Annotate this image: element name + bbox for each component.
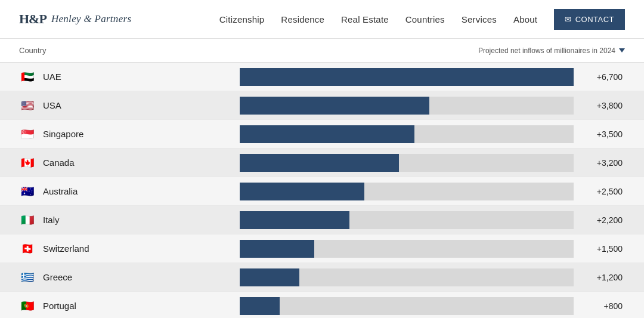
bar-track	[240, 68, 574, 86]
bar-track	[240, 211, 574, 229]
country-name: UAE	[43, 72, 61, 82]
logo[interactable]: H&P Henley & Partners	[19, 11, 131, 27]
country-column-header: Country	[19, 46, 240, 55]
country-flag: 🇵🇹	[19, 298, 36, 314]
table-row[interactable]: 🇦🇺 Australia +2,500	[0, 177, 644, 206]
country-name: Singapore	[43, 129, 83, 139]
table-row[interactable]: 🇮🇹 Italy +2,200	[0, 206, 644, 234]
bar-track	[240, 125, 574, 143]
bar-area: +3,800	[240, 97, 625, 115]
bar-fill	[240, 268, 299, 286]
bar-area: +2,200	[240, 211, 625, 229]
bar-track	[240, 297, 574, 315]
bar-value: +2,200	[581, 215, 623, 225]
country-cell: 🇦🇺 Australia	[19, 183, 240, 200]
country-flag: 🇬🇷	[19, 269, 36, 286]
bar-track	[240, 154, 574, 172]
bar-fill	[240, 68, 574, 86]
bar-value: +3,800	[581, 101, 623, 110]
bar-value: +2,500	[581, 187, 623, 196]
country-name: Portugal	[43, 301, 76, 311]
bar-value: +3,500	[581, 129, 623, 139]
bar-value: +6,700	[581, 72, 623, 82]
millionaires-table: Country Projected net inflows of million…	[0, 39, 644, 318]
country-cell: 🇦🇪 UAE	[19, 69, 240, 85]
bar-area: +3,200	[240, 154, 625, 172]
bar-fill	[240, 183, 364, 200]
table-row[interactable]: 🇦🇪 UAE +6,700	[0, 63, 644, 91]
bar-fill	[240, 97, 429, 115]
bar-area: +6,700	[240, 68, 625, 86]
logo-text: Henley & Partners	[51, 13, 131, 25]
table-body: 🇦🇪 UAE +6,700 🇺🇸 USA +3,800 🇸🇬 Singapore	[0, 63, 644, 318]
country-flag: 🇺🇸	[19, 97, 36, 114]
bar-value: +3,200	[581, 158, 623, 168]
chart-column-header[interactable]: Projected net inflows of millionaires in…	[240, 47, 625, 55]
bar-track	[240, 240, 574, 258]
mail-icon: ✉	[565, 15, 572, 24]
bar-track	[240, 268, 574, 286]
nav-about[interactable]: About	[513, 14, 537, 24]
country-flag: 🇨🇭	[19, 240, 36, 257]
bar-value: +800	[581, 301, 623, 311]
country-cell: 🇵🇹 Portugal	[19, 298, 240, 314]
country-flag: 🇨🇦	[19, 155, 36, 171]
country-flag: 🇦🇪	[19, 69, 36, 85]
main-nav: Citizenship Residence Real Estate Countr…	[219, 9, 625, 30]
table-row[interactable]: 🇸🇬 Singapore +3,500	[0, 120, 644, 149]
country-name: Italy	[43, 215, 60, 225]
country-name: Australia	[43, 186, 78, 196]
nav-residence[interactable]: Residence	[281, 14, 324, 24]
country-cell: 🇸🇬 Singapore	[19, 126, 240, 143]
table-row[interactable]: 🇺🇸 USA +3,800	[0, 91, 644, 120]
bar-area: +1,200	[240, 268, 625, 286]
country-flag: 🇮🇹	[19, 212, 36, 229]
contact-button[interactable]: ✉ CONTACT	[554, 9, 625, 30]
country-name: Greece	[43, 272, 72, 282]
logo-mark: H&P	[19, 11, 47, 27]
bar-area: +800	[240, 297, 625, 315]
country-cell: 🇺🇸 USA	[19, 97, 240, 114]
country-flag: 🇦🇺	[19, 183, 36, 200]
bar-value: +1,200	[581, 273, 623, 282]
table-row[interactable]: 🇵🇹 Portugal +800	[0, 292, 644, 318]
country-cell: 🇬🇷 Greece	[19, 269, 240, 286]
bar-fill	[240, 240, 314, 258]
contact-label: CONTACT	[575, 15, 614, 24]
nav-citizenship[interactable]: Citizenship	[219, 14, 265, 24]
bar-area: +2,500	[240, 183, 625, 200]
country-cell: 🇨🇭 Switzerland	[19, 240, 240, 257]
country-name: USA	[43, 100, 61, 110]
country-cell: 🇮🇹 Italy	[19, 212, 240, 229]
bar-area: +1,500	[240, 240, 625, 258]
nav-real-estate[interactable]: Real Estate	[341, 14, 389, 24]
nav-countries[interactable]: Countries	[405, 14, 445, 24]
sort-arrow-icon[interactable]	[619, 48, 625, 53]
table-header-row: Country Projected net inflows of million…	[0, 39, 644, 63]
country-name: Canada	[43, 158, 75, 168]
bar-area: +3,500	[240, 125, 625, 143]
bar-track	[240, 97, 574, 115]
bar-fill	[240, 297, 280, 315]
bar-fill	[240, 154, 399, 172]
bar-fill	[240, 125, 414, 143]
country-cell: 🇨🇦 Canada	[19, 155, 240, 171]
bar-track	[240, 183, 574, 200]
country-name: Switzerland	[43, 243, 89, 254]
site-header: H&P Henley & Partners Citizenship Reside…	[0, 0, 644, 39]
table-row[interactable]: 🇨🇭 Switzerland +1,500	[0, 234, 644, 263]
bar-fill	[240, 211, 349, 229]
bar-value: +1,500	[581, 244, 623, 254]
country-flag: 🇸🇬	[19, 126, 36, 143]
table-row[interactable]: 🇬🇷 Greece +1,200	[0, 263, 644, 292]
chart-header-label: Projected net inflows of millionaires in…	[478, 47, 615, 55]
table-row[interactable]: 🇨🇦 Canada +3,200	[0, 149, 644, 177]
nav-services[interactable]: Services	[462, 14, 497, 24]
